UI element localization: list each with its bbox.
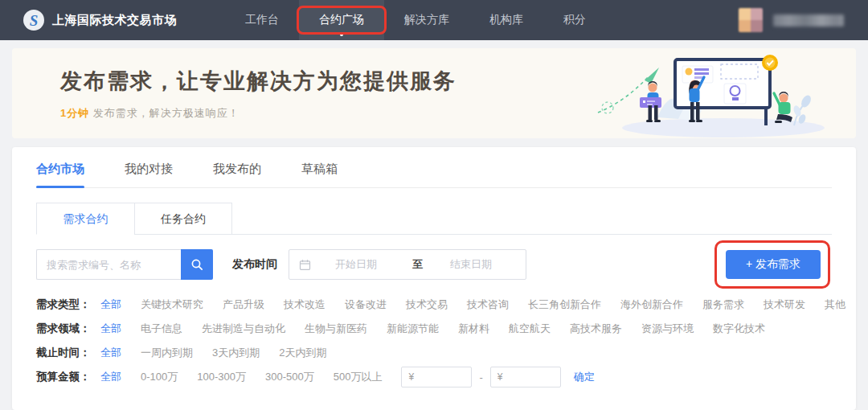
- tab-my-docking[interactable]: 我的对接: [125, 162, 173, 187]
- tabs-row: 合约市场我的对接我发布的草稿箱: [36, 162, 832, 188]
- filter-option-demand-type-9[interactable]: 服务需求: [702, 297, 744, 312]
- filter-row-demand-field: 需求领域：全部电子信息先进制造与自动化生物与新医药新能源节能新材料航空航天高技术…: [36, 317, 832, 341]
- filter-option-demand-type-0[interactable]: 全部: [100, 297, 121, 312]
- banner-subtitle-highlight: 1分钟: [60, 107, 89, 119]
- budget-min-input[interactable]: [401, 367, 472, 387]
- filter-rows: 需求类型：全部关键技术研究产品升级技术改造设备改进技术交易技术咨询长三角创新合作…: [36, 293, 832, 389]
- active-dot: [340, 33, 343, 36]
- subtab-demand-contract[interactable]: 需求合约: [36, 203, 134, 235]
- filter-label-demand-type: 需求类型：: [36, 297, 100, 312]
- nav-item-label: 工作台: [245, 13, 279, 27]
- filter-option-demand-type-11[interactable]: 其他: [825, 297, 845, 312]
- filter-option-demand-type-10[interactable]: 技术研发: [764, 297, 805, 312]
- filter-option-budget-1[interactable]: 0-100万: [141, 370, 178, 384]
- date-range-picker[interactable]: 开始日期 至 结束日期: [289, 249, 526, 280]
- filter-option-demand-field-7[interactable]: 高技术服务: [570, 322, 622, 336]
- nav-menu: 工作台合约广场解决方库机构库积分: [225, 0, 606, 40]
- date-range-separator: 至: [412, 257, 423, 272]
- filter-option-budget-4[interactable]: 500万以上: [334, 370, 383, 384]
- search-icon: [190, 258, 203, 271]
- filter-option-deadline-0[interactable]: 全部: [100, 346, 121, 360]
- filter-row-deadline: 截止时间：全部一周内到期3天内到期2天内到期: [36, 341, 832, 365]
- tab-contract-market[interactable]: 合约市场: [36, 162, 84, 187]
- filter-option-demand-field-8[interactable]: 资源与环境: [641, 322, 694, 336]
- filter-option-budget-0[interactable]: 全部: [100, 370, 121, 384]
- filter-option-deadline-3[interactable]: 2天内到期: [279, 346, 326, 360]
- filter-row-budget: 预算金额：全部0-100万100-300万300-500万500万以上-确定: [36, 365, 832, 389]
- publish-demand-button[interactable]: + 发布需求: [726, 250, 821, 279]
- subtab-task-contract[interactable]: 任务合约: [134, 203, 232, 235]
- banner-illustration: [595, 51, 828, 138]
- filter-option-budget-3[interactable]: 300-500万: [265, 370, 314, 384]
- start-date-input[interactable]: 开始日期: [335, 257, 377, 272]
- avatar[interactable]: [739, 8, 763, 32]
- promo-banner: 发布需求，让专业解决方为您提供服务 1分钟 发布需求，解决方极速响应！: [12, 48, 856, 138]
- filter-row-demand-type: 需求类型：全部关键技术研究产品升级技术改造设备改进技术交易技术咨询长三角创新合作…: [36, 293, 832, 317]
- filter-option-demand-type-1[interactable]: 关键技术研究: [141, 297, 203, 312]
- brand[interactable]: S 上海国际技术交易市场: [23, 9, 177, 31]
- calendar-icon: [299, 259, 311, 271]
- banner-subtitle-rest: 发布需求，解决方极速响应！: [93, 107, 240, 119]
- filter-option-demand-field-6[interactable]: 航空航天: [509, 322, 551, 336]
- filter-option-demand-type-3[interactable]: 技术改造: [284, 297, 326, 312]
- tab-drafts[interactable]: 草稿箱: [301, 162, 338, 187]
- filter-option-demand-type-7[interactable]: 长三角创新合作: [528, 297, 601, 312]
- budget-confirm-link[interactable]: 确定: [574, 370, 595, 384]
- nav-item-workbench[interactable]: 工作台: [225, 0, 299, 40]
- filter-option-demand-field-9[interactable]: 数字化技术: [713, 322, 765, 336]
- search-button[interactable]: [181, 249, 213, 280]
- main-card: 合约市场我的对接我发布的草稿箱 需求合约任务合约 发布时间: [12, 147, 856, 410]
- nav-item-label: 解决方库: [404, 13, 449, 27]
- nav-item-label: 积分: [563, 13, 586, 27]
- end-date-input[interactable]: 结束日期: [450, 257, 492, 272]
- nav-item-org-library[interactable]: 机构库: [469, 0, 543, 40]
- filter-label-budget: 预算金额：: [36, 370, 100, 384]
- filter-option-demand-field-3[interactable]: 生物与新医药: [305, 322, 367, 336]
- filter-option-demand-type-6[interactable]: 技术咨询: [467, 297, 509, 312]
- filter-label-demand-field: 需求领域：: [36, 322, 100, 336]
- filter-option-demand-type-4[interactable]: 设备改进: [345, 297, 387, 312]
- svg-text:S: S: [30, 12, 39, 29]
- top-navbar: S 上海国际技术交易市场 工作台合约广场解决方库机构库积分: [0, 0, 868, 40]
- nav-item-label: 合约广场: [319, 13, 364, 27]
- filter-option-demand-type-8[interactable]: 海外创新合作: [620, 297, 683, 312]
- logo-icon: S: [23, 9, 45, 31]
- search-box: [36, 249, 213, 280]
- filter-option-demand-type-5[interactable]: 技术交易: [406, 297, 448, 312]
- budget-max-input[interactable]: [490, 367, 561, 387]
- subtabs-row: 需求合约任务合约: [36, 203, 832, 235]
- banner-subtitle: 1分钟 发布需求，解决方极速响应！: [60, 106, 457, 121]
- user-menu[interactable]: [739, 8, 844, 32]
- publish-time-label: 发布时间: [232, 257, 277, 272]
- filter-label-deadline: 截止时间：: [36, 346, 100, 360]
- search-input[interactable]: [36, 249, 181, 280]
- filter-option-demand-field-5[interactable]: 新材料: [458, 322, 489, 336]
- filter-option-demand-type-2[interactable]: 产品升级: [223, 297, 264, 312]
- search-row: 发布时间 开始日期 至 结束日期 + 发布需求: [36, 249, 832, 280]
- username-redacted: [773, 14, 844, 27]
- brand-title: 上海国际技术交易市场: [52, 13, 177, 28]
- filter-option-demand-field-4[interactable]: 新能源节能: [387, 322, 439, 336]
- filter-option-demand-field-2[interactable]: 先进制造与自动化: [202, 322, 285, 336]
- tab-my-published[interactable]: 我发布的: [213, 162, 261, 187]
- budget-separator: -: [479, 371, 482, 383]
- filter-option-demand-field-0[interactable]: 全部: [100, 322, 121, 336]
- nav-item-points[interactable]: 积分: [543, 0, 606, 40]
- banner-text: 发布需求，让专业解决方为您提供服务 1分钟 发布需求，解决方极速响应！: [12, 67, 457, 121]
- nav-item-solution-library[interactable]: 解决方库: [384, 0, 469, 40]
- filter-option-budget-2[interactable]: 100-300万: [197, 370, 246, 384]
- filter-option-deadline-1[interactable]: 一周内到期: [141, 346, 193, 360]
- nav-item-contract-plaza[interactable]: 合约广场: [299, 0, 384, 40]
- nav-item-label: 机构库: [489, 13, 523, 27]
- banner-title: 发布需求，让专业解决方为您提供服务: [60, 67, 457, 96]
- filter-option-demand-field-1[interactable]: 电子信息: [141, 322, 182, 336]
- filter-option-deadline-2[interactable]: 3天内到期: [212, 346, 260, 360]
- publish-button-wrap: + 发布需求: [726, 250, 821, 279]
